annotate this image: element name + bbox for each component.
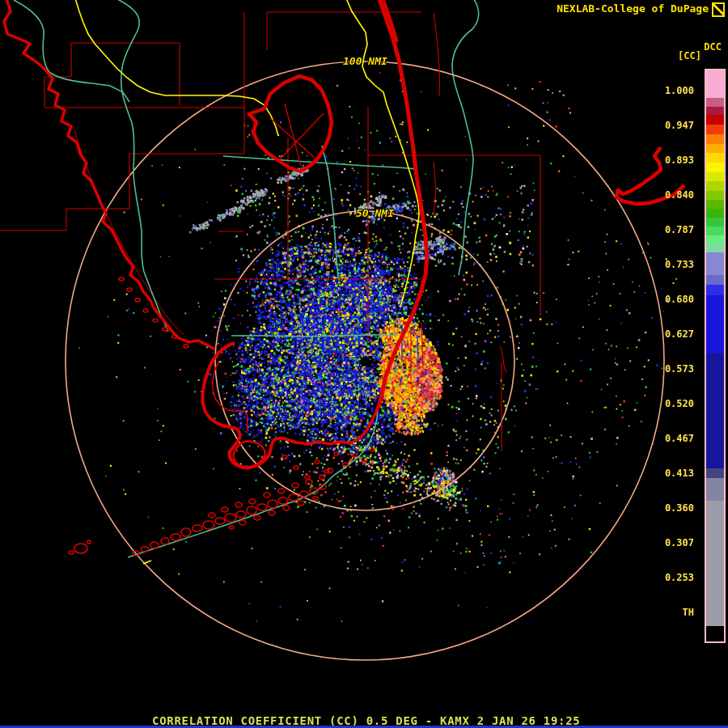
colorbar-segment — [706, 295, 724, 353]
county-boundaries — [0, 12, 540, 451]
yellow-roads — [75, 0, 419, 564]
colorbar-segment — [706, 275, 724, 285]
colorbar-segment — [706, 70, 724, 98]
colorbar-segment — [706, 163, 724, 172]
colorbar-segment — [706, 181, 724, 191]
colorbar-tick-label: 0.733 — [645, 260, 694, 270]
cape-loop — [234, 442, 265, 468]
colorbar-tick-label: 1.000 — [645, 86, 694, 96]
colorbar-segment — [706, 200, 724, 209]
colorbar-segment — [706, 626, 724, 638]
colorbar-segment — [706, 209, 724, 218]
radar-viewer: { "header": { "title": "NEXLAB-College o… — [0, 0, 728, 728]
colorbar-segment — [706, 501, 724, 626]
colorbar-units-label: [CC] — [678, 50, 701, 61]
whitewater-bay-detail — [213, 361, 248, 432]
range-ring-label-50nmi: 50 NMI — [356, 207, 394, 219]
colorbar-tick-label: 0.947 — [645, 121, 694, 131]
colorbar-segment — [706, 153, 724, 163]
colorbar-segment — [706, 235, 724, 244]
west-coast — [4, 0, 215, 349]
colorbar-segment — [706, 172, 724, 181]
colorbar-tick-label: 0.627 — [645, 329, 694, 340]
colorbar — [705, 69, 726, 643]
colorbar-segment — [706, 98, 724, 107]
marquesas-keys — [74, 544, 87, 553]
colorbar-product-label: DCC — [704, 41, 722, 53]
colorbar-segment — [706, 478, 724, 501]
colorbar-segment — [706, 285, 724, 295]
page-title: NEXLAB-College of DuPage — [557, 2, 709, 15]
colorbar-segment — [706, 134, 724, 144]
cape-sable — [202, 343, 296, 468]
colorbar-tick-label: 0.253 — [645, 573, 694, 583]
base-map — [0, 0, 728, 728]
coastline — [4, 0, 684, 468]
south-coast — [296, 407, 378, 444]
colorbar-segment — [706, 115, 724, 125]
colorbar-tick-label: 0.467 — [645, 434, 694, 444]
colorbar-segment — [706, 107, 724, 115]
colorbar-segment — [706, 353, 724, 468]
colorbar-segment — [706, 144, 724, 153]
colorbar-segment — [706, 218, 724, 226]
colorbar-tick-label: 0.787 — [645, 225, 694, 235]
colorbar-tick-label: 0.573 — [645, 364, 694, 375]
colorbar-tick-label: 0.840 — [645, 190, 694, 201]
colorbar-tick-label: 0.680 — [645, 294, 694, 305]
colorbar-tick-label: 0.360 — [645, 503, 694, 514]
colorbar-tick-label: 0.413 — [645, 468, 694, 479]
range-ring-label-100nmi: 100 NMI — [343, 55, 387, 67]
colorbar-segment — [706, 468, 724, 478]
colorbar-tick-label: 0.307 — [645, 538, 694, 548]
colorbar-segment — [706, 125, 724, 134]
colorbar-segment — [706, 226, 724, 235]
colorbar-threshold-label: TH — [645, 607, 694, 618]
cod-logo-icon — [712, 2, 725, 17]
radar-site-hole — [360, 357, 370, 366]
colorbar-segment — [706, 244, 724, 252]
colorbar-segment — [706, 252, 724, 275]
colorbar-segment — [706, 191, 724, 200]
colorbar-tick-label: 0.893 — [645, 155, 694, 166]
colorbar-tick-label: 0.520 — [645, 399, 694, 409]
